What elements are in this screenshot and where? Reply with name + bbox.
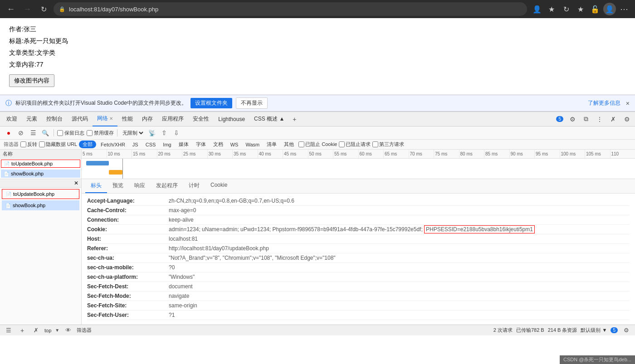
filter-img-button[interactable]: Img	[160, 141, 174, 148]
search-icon[interactable]: 🔍	[40, 128, 50, 138]
tab-elements[interactable]: 元素	[22, 112, 42, 126]
tab-lighthouse[interactable]: Lighthouse	[214, 112, 249, 126]
third-party-label[interactable]: 第三方请求	[372, 141, 404, 148]
filter-wasm-button[interactable]: Wasm	[243, 141, 262, 148]
tab-css-overview[interactable]: CSS 概述 ▲	[249, 112, 289, 126]
bottom-settings-icon[interactable]: ⚙	[621, 325, 631, 335]
preserve-log-label[interactable]: 保留日志	[57, 130, 84, 136]
blocked-request-label[interactable]: 已阻止请求	[339, 141, 371, 148]
third-party-checkbox[interactable]	[372, 141, 378, 147]
transferred-size: 已传输782 B	[516, 327, 544, 334]
tab-performance[interactable]: 性能	[117, 112, 137, 126]
file-item-label-2: showBook.php	[13, 203, 45, 208]
eye-icon[interactable]: 👁	[63, 325, 73, 335]
filter-js-button[interactable]: JS	[130, 141, 141, 148]
invert-checkbox[interactable]	[20, 141, 26, 147]
filter-all-button[interactable]: 全部	[79, 141, 96, 148]
file-item-toUpdateBook[interactable]: 📄 toUpdateBook.php	[2, 189, 79, 199]
upload-icon[interactable]: ⇧	[159, 128, 169, 138]
blocked-cookie-label[interactable]: 已阻止 Cookie	[298, 141, 337, 148]
add-tab-button[interactable]: +	[289, 112, 300, 126]
address-bar[interactable]: 🔒 localhost:81/day07/showBook.php	[54, 2, 527, 16]
req-tab-cookie[interactable]: Cookie	[205, 179, 233, 193]
disable-cache-checkbox[interactable]	[87, 130, 93, 136]
disable-cache-label[interactable]: 禁用缓存	[87, 130, 114, 136]
toolbar-icon-4[interactable]: ★	[574, 3, 587, 15]
blocked-request-checkbox[interactable]	[339, 141, 345, 147]
back-button[interactable]: ←	[5, 3, 17, 15]
filter-media-button[interactable]: 媒体	[176, 141, 191, 148]
filter-ws-button[interactable]: WS	[228, 141, 241, 148]
tab-welcome[interactable]: 欢迎	[2, 112, 22, 126]
filter-fetch-xhr-button[interactable]: Fetch/XHR	[98, 141, 128, 148]
forward-button[interactable]: →	[21, 3, 34, 15]
file-item-showBook[interactable]: 📄 showBook.php	[2, 200, 79, 210]
filter-other-button[interactable]: 其他	[281, 141, 297, 148]
add-console-tab-button[interactable]: +	[17, 325, 27, 335]
timeline-bar-2	[109, 170, 122, 175]
toolbar-icon-3[interactable]: ↻	[560, 3, 572, 15]
network-icon[interactable]: 📡	[147, 128, 157, 138]
throttle-select[interactable]: 无限制	[121, 130, 145, 136]
header-value-sec-fetch-dest: document	[169, 283, 193, 290]
filter-bottom-label[interactable]: 筛选器	[77, 327, 92, 334]
tab-memory[interactable]: 内存	[137, 112, 157, 126]
req-tab-timing[interactable]: 计时	[183, 179, 205, 193]
filter-css-button[interactable]: CSS	[143, 141, 159, 148]
header-row-cookie: Cookie: admin=1234; uName=admin; uPwd=12…	[87, 225, 630, 234]
header-name-sec-ch-ua-mobile: sec-ch-ua-mobile:	[87, 264, 169, 271]
devtools-settings-icon[interactable]: ⚙	[566, 113, 579, 126]
timeline-file-toUpdateBook[interactable]: 📄 toUpdateBook.php	[1, 160, 80, 168]
tab-network[interactable]: 网络 ✕	[93, 112, 117, 126]
preserve-log-checkbox[interactable]	[57, 130, 63, 136]
header-name-connection: Connection:	[87, 217, 169, 223]
timeline-left-panel: 名称 📄 toUpdateBook.php 📄 showBook.php	[0, 150, 82, 179]
header-value-host: localhost:81	[169, 236, 198, 242]
timeline-file-showBook[interactable]: 📄 showBook.php	[1, 170, 80, 178]
edit-book-button[interactable]: 修改图书内容	[9, 74, 54, 87]
header-value-sec-fetch-site: same-origin	[169, 302, 197, 309]
download-icon[interactable]: ⇩	[171, 128, 181, 138]
close-console-button[interactable]: ✗	[31, 325, 41, 335]
req-tab-preview[interactable]: 预览	[107, 179, 129, 193]
toolbar-icon-2[interactable]: ★	[545, 3, 558, 15]
close-panel-icon[interactable]: ✕	[74, 180, 78, 186]
toolbar-icon-5[interactable]: 🔓	[589, 3, 601, 15]
tab-sources[interactable]: 源代码	[67, 112, 93, 126]
hide-data-urls-checkbox[interactable]	[39, 141, 45, 147]
set-root-folder-button[interactable]: 设置根文件夹	[190, 98, 232, 108]
req-tab-initiator[interactable]: 发起程序	[151, 179, 183, 193]
toolbar-icon-1[interactable]: 👤	[531, 3, 543, 15]
req-tab-response[interactable]: 响应	[129, 179, 151, 193]
top-dropdown-icon[interactable]: ▼	[55, 328, 59, 333]
scrollbar-right[interactable]	[630, 0, 635, 335]
notification-close-button[interactable]: ×	[626, 100, 630, 107]
tab-security[interactable]: 安全性	[188, 112, 214, 126]
clear-button[interactable]: ⊘	[16, 128, 26, 138]
header-row-sec-fetch-mode: Sec-Fetch-Mode: navigate	[87, 291, 630, 301]
req-tab-headers[interactable]: 标头	[85, 179, 107, 193]
more-menu-icon[interactable]: ⋯	[618, 3, 630, 15]
filter-font-button[interactable]: 字体	[193, 141, 209, 148]
tab-console[interactable]: 控制台	[42, 112, 67, 126]
learn-more-link[interactable]: 了解更多信息	[588, 99, 620, 107]
hide-data-urls-label[interactable]: 隐藏数据 URL	[39, 141, 77, 148]
header-value-cache-control: max-age=0	[169, 207, 196, 214]
devtools-close-icon[interactable]: ✗	[607, 113, 620, 126]
console-label[interactable]: ☰	[4, 325, 14, 335]
blocked-cookie-checkbox[interactable]	[298, 141, 304, 147]
devtools-more-icon[interactable]: ⋮	[593, 113, 606, 126]
tab-application[interactable]: 应用程序	[157, 112, 188, 126]
level-select-label[interactable]: 默认级别 ▼	[581, 327, 607, 334]
filter-manifest-button[interactable]: 清单	[264, 141, 279, 148]
no-show-button[interactable]: 不再显示	[236, 97, 268, 109]
invert-checkbox-label[interactable]: 反转	[20, 141, 37, 148]
devtools-dock-icon[interactable]: ⧉	[580, 113, 592, 126]
filter-doc-button[interactable]: 文档	[210, 141, 226, 148]
refresh-button[interactable]: ↻	[37, 3, 50, 15]
record-button[interactable]: ●	[4, 128, 14, 138]
header-value-referer: http://localhost:81/day07/updateBook.php	[169, 245, 269, 252]
file-close-button[interactable]: ✕	[0, 179, 81, 188]
user-avatar[interactable]: 👤	[603, 3, 616, 15]
filter-icon[interactable]: ☰	[28, 128, 38, 138]
